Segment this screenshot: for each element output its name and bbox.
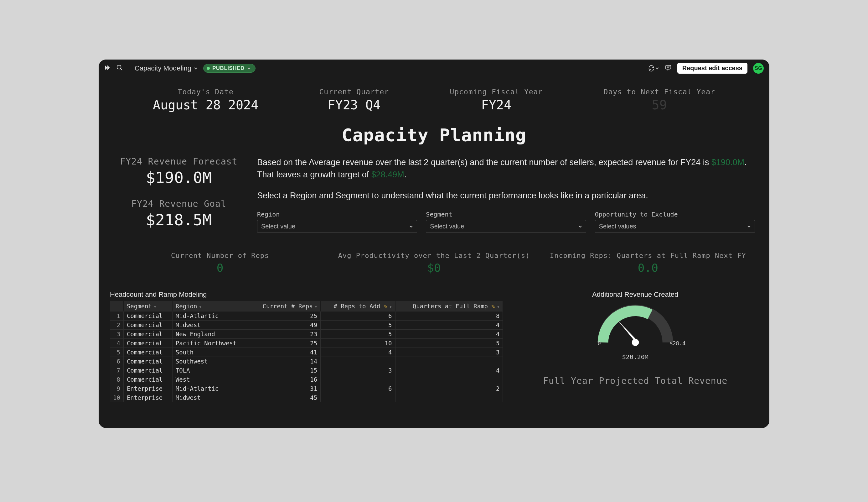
- cell-current-reps: 15: [250, 366, 320, 375]
- summary-label: Upcoming Fiscal Year: [450, 88, 542, 96]
- cell-quarters-ramp[interactable]: 5: [395, 339, 503, 348]
- request-edit-button[interactable]: Request edit access: [677, 63, 747, 74]
- select-placeholder: Select values: [599, 223, 636, 230]
- kpi-value: $190.0M: [113, 169, 245, 187]
- cell-current-reps: 45: [250, 393, 320, 402]
- row-index: 7: [110, 366, 123, 375]
- comment-icon[interactable]: [665, 64, 672, 72]
- prose-text: .: [404, 170, 407, 179]
- cell-reps-to-add[interactable]: 5: [321, 330, 395, 339]
- cell-reps-to-add[interactable]: 6: [321, 384, 395, 393]
- cell-quarters-ramp[interactable]: [395, 357, 503, 366]
- cell-reps-to-add[interactable]: 4: [321, 348, 395, 357]
- metric-reps: Current Number of Reps 0: [113, 252, 327, 274]
- col-quarters-ramp[interactable]: Quarters at Full Ramp ✎▾: [395, 301, 503, 311]
- row-index: 9: [110, 384, 123, 393]
- cell-segment: Commercial: [123, 321, 172, 330]
- cell-reps-to-add[interactable]: [321, 357, 395, 366]
- cell-reps-to-add[interactable]: 5: [321, 321, 395, 330]
- document-switcher[interactable]: Capacity Modeling: [135, 64, 198, 72]
- cell-reps-to-add[interactable]: 3: [321, 366, 395, 375]
- gauge-max: $28.49M: [670, 340, 685, 347]
- table-row[interactable]: 3CommercialNew England2354: [110, 330, 503, 339]
- table-row[interactable]: 2CommercialMidwest4954: [110, 321, 503, 330]
- cell-reps-to-add[interactable]: [321, 393, 395, 402]
- publish-status-pill[interactable]: PUBLISHED: [203, 64, 256, 73]
- avatar[interactable]: SG: [753, 63, 764, 74]
- table-row[interactable]: 8CommercialWest16: [110, 375, 503, 384]
- cell-segment: Commercial: [123, 366, 172, 375]
- cell-current-reps: 49: [250, 321, 320, 330]
- metric-label: Avg Productivity over the Last 2 Quarter…: [327, 252, 541, 260]
- document-name: Capacity Modeling: [135, 64, 191, 72]
- table-row[interactable]: 4CommercialPacific Northwest25105: [110, 339, 503, 348]
- cell-region: Southwest: [172, 357, 250, 366]
- ramp-table[interactable]: Segment▾ Region▾ Current # Reps▾ # Reps …: [110, 301, 503, 402]
- logo-icon[interactable]: [104, 64, 111, 72]
- cell-segment: Enterprise: [123, 384, 172, 393]
- description-paragraph-1: Based on the Average revenue over the la…: [257, 157, 755, 181]
- cell-region: Mid-Atlantic: [172, 311, 250, 321]
- cell-quarters-ramp[interactable]: 4: [395, 321, 503, 330]
- cell-quarters-ramp[interactable]: 3: [395, 348, 503, 357]
- cell-quarters-ramp[interactable]: 4: [395, 366, 503, 375]
- table-row[interactable]: 6CommercialSouthwest14: [110, 357, 503, 366]
- cell-current-reps: 23: [250, 330, 320, 339]
- summary-label: Days to Next Fiscal Year: [604, 88, 715, 96]
- col-segment[interactable]: Segment▾: [123, 301, 172, 311]
- status-label: PUBLISHED: [212, 65, 245, 71]
- table-wrap: Headcount and Ramp Modeling Segment▾ Reg…: [110, 291, 503, 402]
- table-row[interactable]: 9EnterpriseMid-Atlantic3162: [110, 384, 503, 393]
- sync-icon[interactable]: [648, 65, 659, 72]
- filter-segment: Segment Select value: [426, 211, 586, 233]
- summary-value: FY24: [450, 98, 542, 112]
- select-placeholder: Select value: [430, 223, 464, 230]
- cell-region: South: [172, 348, 250, 357]
- row-index: 4: [110, 339, 123, 348]
- metric-value: 0: [113, 261, 327, 274]
- cell-region: Mid-Atlantic: [172, 384, 250, 393]
- kpi-value: $218.5M: [113, 211, 245, 229]
- cell-reps-to-add[interactable]: 6: [321, 311, 395, 321]
- filter-region: Region Select value: [257, 211, 417, 233]
- cell-segment: Commercial: [123, 330, 172, 339]
- metric-incoming: Incoming Reps: Quarters at Full Ramp Nex…: [541, 252, 755, 274]
- summary-quarter: Current Quarter FY23 Q4: [319, 88, 389, 112]
- metric-value: 0.0: [541, 261, 755, 274]
- col-region[interactable]: Region▾: [172, 301, 250, 311]
- exclude-select[interactable]: Select values: [595, 220, 755, 233]
- gauge-wrap: Additional Revenue Created 0 $28.49M $20…: [512, 291, 758, 386]
- row-index: 10: [110, 393, 123, 402]
- table-row[interactable]: 7CommercialTOLA1534: [110, 366, 503, 375]
- cell-reps-to-add[interactable]: [321, 375, 395, 384]
- segment-select[interactable]: Select value: [426, 220, 586, 233]
- metrics-row: Current Number of Reps 0 Avg Productivit…: [110, 252, 758, 274]
- cell-quarters-ramp[interactable]: [395, 375, 503, 384]
- metric-label: Incoming Reps: Quarters at Full Ramp Nex…: [541, 252, 755, 260]
- cell-segment: Commercial: [123, 357, 172, 366]
- cell-current-reps: 31: [250, 384, 320, 393]
- summary-label: Current Quarter: [319, 88, 389, 96]
- cell-region: Pacific Northwest: [172, 339, 250, 348]
- row-index: 2: [110, 321, 123, 330]
- table-header-row: Segment▾ Region▾ Current # Reps▾ # Reps …: [110, 301, 503, 311]
- prose-highlight: $28.49M: [371, 170, 404, 179]
- select-placeholder: Select value: [261, 223, 295, 230]
- cell-quarters-ramp[interactable]: 8: [395, 311, 503, 321]
- main-two-col: FY24 Revenue Forecast $190.0M FY24 Reven…: [110, 157, 758, 241]
- summary-value: August 28 2024: [153, 98, 258, 112]
- cell-current-reps: 25: [250, 311, 320, 321]
- table-row[interactable]: 1CommercialMid-Atlantic2568: [110, 311, 503, 321]
- search-icon[interactable]: [116, 64, 123, 72]
- cell-quarters-ramp[interactable]: [395, 393, 503, 402]
- svg-line-1: [121, 68, 122, 70]
- table-row[interactable]: 10EnterpriseMidwest45: [110, 393, 503, 402]
- cell-quarters-ramp[interactable]: 2: [395, 384, 503, 393]
- col-current-reps[interactable]: Current # Reps▾: [250, 301, 320, 311]
- cell-reps-to-add[interactable]: 10: [321, 339, 395, 348]
- table-row[interactable]: 5CommercialSouth4143: [110, 348, 503, 357]
- region-select[interactable]: Select value: [257, 220, 417, 233]
- gauge-chart: 0 $28.49M: [585, 301, 685, 351]
- cell-quarters-ramp[interactable]: 4: [395, 330, 503, 339]
- col-reps-to-add[interactable]: # Reps to Add ✎▾: [321, 301, 395, 311]
